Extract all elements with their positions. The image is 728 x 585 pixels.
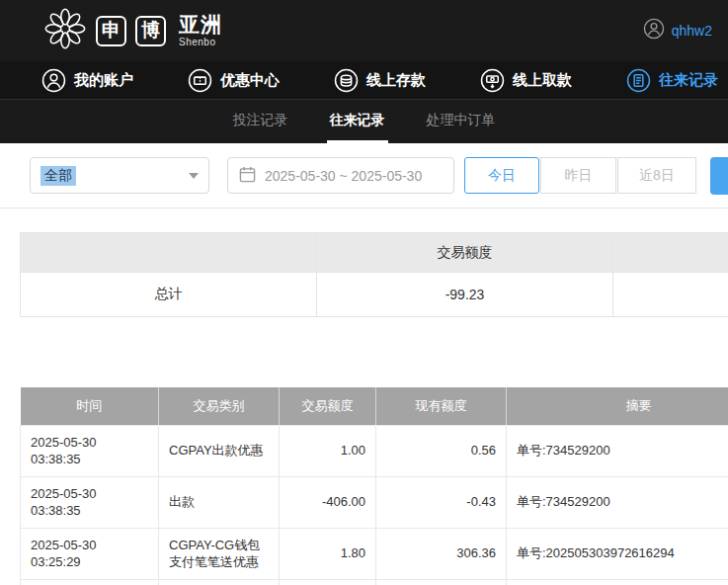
table-row: 2025-05-30 03:38:35 出款 -406.00 -0.43 单号:… [21,476,728,528]
col-header-balance: 现有额度 [376,387,507,425]
nav-item-records[interactable]: 往来记录 [626,68,718,93]
cell-type: CGPAY-CG钱包支付笔笔送优惠 [159,528,280,579]
today-button[interactable]: 今日 [464,157,539,194]
cell-balance: -0.43 [376,476,507,528]
logo-region-en: Shenbo [179,38,222,47]
records-header-row: 时间 交易类别 交易额度 现有额度 摘要 [21,387,728,425]
cell-time: 2025-05-30 03:25:29 [21,528,159,579]
type-select-value: 全部 [40,166,76,186]
cell-type: CGPAY支付 [159,579,280,585]
date-range-value: 2025-05-30 ~ 2025-05-30 [265,168,422,184]
account-menu[interactable]: qhhw2 [643,18,712,43]
cell-summary: 单号:202505303972616294 [507,579,728,585]
type-select[interactable]: 全部 [30,157,209,194]
cell-summary: 单号:734529200 [507,425,728,476]
summary-total-value: -99.23 [317,273,613,317]
cell-amount: 1.00 [280,425,376,476]
records-icon [626,68,651,93]
col-header-summary: 摘要 [507,387,728,425]
cell-balance: 304.56 [376,579,507,585]
brand-logo[interactable]: 申 博 亚洲 Shenbo [43,7,222,54]
summary-header-empty [613,233,728,273]
cell-amount: 300.00 [280,579,376,585]
nav-item-my-account[interactable]: 我的账户 [41,68,133,93]
summary-header-amount: 交易额度 [317,233,613,273]
nav-label: 优惠中心 [220,71,280,90]
deposit-icon [334,68,359,93]
tab-transaction-records[interactable]: 往来记录 [327,100,388,143]
cell-time: 2025-05-30 03:38:35 [21,425,159,476]
user-icon [41,68,66,93]
table-row: 2025-05-30 03:25:29 CGPAY支付 300.00 304.5… [21,579,728,585]
cell-summary: 单号:734529200 [507,476,728,528]
avatar-icon [643,18,665,43]
sub-nav: 投注记录 往来记录 处理中订单 [0,99,728,143]
nav-item-deposit[interactable]: 线上存款 [334,68,426,93]
nav-label: 线上存款 [366,71,426,90]
last-8-days-button[interactable]: 近8日 [617,157,696,194]
cell-amount: -406.00 [280,476,376,528]
tab-betting-records[interactable]: 投注记录 [230,100,291,143]
cell-balance: 0.56 [376,425,507,476]
cell-summary: 单号:202505303972616294 [507,528,728,579]
logo-region-cn: 亚洲 [179,14,222,35]
col-header-time: 时间 [21,387,159,425]
tab-processing-orders[interactable]: 处理中订单 [424,100,499,143]
col-header-type: 交易类别 [159,387,280,425]
nav-item-promotions[interactable]: 优惠中心 [188,68,280,93]
table-row: 2025-05-30 03:38:35 CGPAY出款优惠 1.00 0.56 … [21,425,728,476]
summary-total-label: 总计 [21,273,317,317]
search-button[interactable] [710,157,728,195]
cell-amount: 1.80 [280,528,376,579]
chevron-down-icon [189,173,199,179]
date-range-input[interactable]: 2025-05-30 ~ 2025-05-30 [227,157,454,194]
col-header-amount: 交易额度 [280,387,376,425]
summary-table: 交易额度 总计 -99.23 [20,232,728,317]
username[interactable]: qhhw2 [672,23,712,39]
summary-total-row: 总计 -99.23 [21,273,728,317]
records-table: 时间 交易类别 交易额度 现有额度 摘要 2025-05-30 03:38:35… [20,387,728,585]
nav-label: 线上取款 [513,71,572,90]
nav-item-withdraw[interactable]: 线上取款 [480,68,572,93]
cell-balance: 306.36 [376,528,507,579]
logo-region: 亚洲 Shenbo [179,14,222,47]
main-nav: 我的账户 优惠中心 线上存款 [0,61,728,99]
nav-label: 往来记录 [659,71,718,90]
cell-time: 2025-05-30 03:38:35 [21,476,159,528]
cell-time: 2025-05-30 03:25:29 [21,579,159,585]
filter-bar: 全部 2025-05-30 ~ 2025-05-30 今日 昨日 近8日 [0,143,728,209]
logo-char-bo: 博 [135,16,166,46]
summary-empty-cell [613,273,728,317]
logo-char-shen: 申 [96,16,126,46]
cell-type: 出款 [159,476,280,528]
cell-type: CGPAY出款优惠 [159,425,280,476]
nav-label: 我的账户 [74,71,133,90]
summary-header-row: 交易额度 [21,233,728,273]
withdraw-icon [480,68,505,93]
calendar-icon [239,166,256,186]
top-header: 申 博 亚洲 Shenbo qhhw2 [0,0,728,61]
gift-icon [188,68,212,93]
flower-logo-icon [43,7,87,54]
table-row: 2025-05-30 03:25:29 CGPAY-CG钱包支付笔笔送优惠 1.… [21,528,728,579]
page: 申 博 亚洲 Shenbo qhhw2 [0,0,728,585]
yesterday-button[interactable]: 昨日 [540,157,616,194]
summary-header-empty [21,233,317,273]
